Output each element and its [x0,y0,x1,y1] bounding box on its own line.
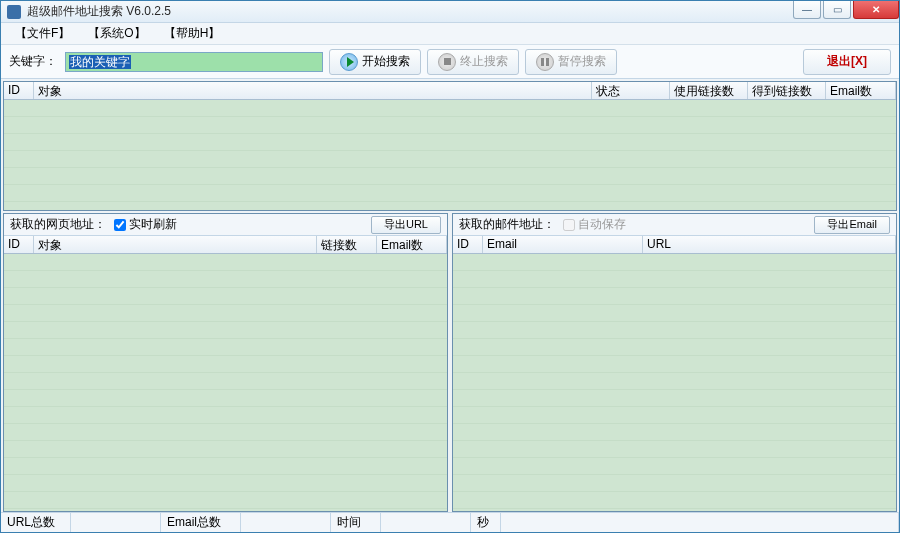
stop-search-label: 终止搜索 [460,53,508,70]
keyword-label: 关键字： [9,53,57,70]
close-button[interactable]: ✕ [853,1,899,19]
export-email-button[interactable]: 导出Email [814,216,890,234]
url-col-target[interactable]: 对象 [34,236,317,253]
col-target[interactable]: 对象 [34,82,592,99]
play-icon [340,53,358,71]
url-grid-header: ID 对象 链接数 Email数 [4,236,447,254]
window-title: 超级邮件地址搜索 V6.0.2.5 [27,3,791,20]
col-emails[interactable]: Email数 [826,82,896,99]
minimize-button[interactable]: — [793,1,821,19]
start-search-button[interactable]: 开始搜索 [329,49,421,75]
url-panel: 获取的网页地址： 实时刷新 导出URL ID 对象 链接数 Email数 [3,213,448,512]
status-email-total-label: Email总数 [161,513,241,532]
realtime-refresh-input[interactable] [114,219,126,231]
export-url-button[interactable]: 导出URL [371,216,441,234]
status-email-total-value [241,513,331,532]
pause-icon [536,53,554,71]
col-status[interactable]: 状态 [592,82,670,99]
app-window: 超级邮件地址搜索 V6.0.2.5 — ▭ ✕ 【文件F】 【系统O】 【帮助H… [0,0,900,533]
email-col-id[interactable]: ID [453,236,483,253]
status-url-total-value [71,513,161,532]
menu-help[interactable]: 【帮助H】 [164,25,221,42]
email-col-email[interactable]: Email [483,236,643,253]
menu-bar: 【文件F】 【系统O】 【帮助H】 [1,23,899,45]
col-id[interactable]: ID [4,82,34,99]
search-results-grid[interactable]: ID 对象 状态 使用链接数 得到链接数 Email数 [3,81,897,211]
status-time-label: 时间 [331,513,381,532]
status-bar: URL总数 Email总数 时间 秒 [1,512,899,532]
grid-header: ID 对象 状态 使用链接数 得到链接数 Email数 [4,82,896,100]
toolbar: 关键字： 我的关键字 开始搜索 终止搜索 暂停搜索 退出[X] [1,45,899,79]
email-grid-header: ID Email URL [453,236,896,254]
url-grid-body[interactable] [4,254,447,511]
email-panel-title: 获取的邮件地址： [459,216,555,233]
start-search-label: 开始搜索 [362,53,410,70]
email-panel-header: 获取的邮件地址： 自动保存 导出Email [453,214,896,236]
status-seconds-label: 秒 [471,513,501,532]
url-col-links[interactable]: 链接数 [317,236,377,253]
exit-button[interactable]: 退出[X] [803,49,891,75]
url-col-id[interactable]: ID [4,236,34,253]
keyword-input[interactable]: 我的关键字 [65,52,323,72]
status-spacer [501,513,899,532]
window-controls: — ▭ ✕ [791,1,899,22]
status-url-total-label: URL总数 [1,513,71,532]
autosave-checkbox: 自动保存 [563,216,626,233]
email-grid-body[interactable] [453,254,896,511]
url-panel-header: 获取的网页地址： 实时刷新 导出URL [4,214,447,236]
email-panel: 获取的邮件地址： 自动保存 导出Email ID Email URL [452,213,897,512]
pause-search-button[interactable]: 暂停搜索 [525,49,617,75]
url-panel-title: 获取的网页地址： [10,216,106,233]
maximize-button[interactable]: ▭ [823,1,851,19]
col-used-links[interactable]: 使用链接数 [670,82,748,99]
title-bar: 超级邮件地址搜索 V6.0.2.5 — ▭ ✕ [1,1,899,23]
stop-search-button[interactable]: 终止搜索 [427,49,519,75]
col-got-links[interactable]: 得到链接数 [748,82,826,99]
app-icon [7,5,21,19]
email-col-url[interactable]: URL [643,236,896,253]
menu-system[interactable]: 【系统O】 [88,25,145,42]
realtime-refresh-checkbox[interactable]: 实时刷新 [114,216,177,233]
menu-file[interactable]: 【文件F】 [15,25,70,42]
status-time-value [381,513,471,532]
url-col-emails[interactable]: Email数 [377,236,447,253]
pause-search-label: 暂停搜索 [558,53,606,70]
autosave-input [563,219,575,231]
stop-icon [438,53,456,71]
keyword-value: 我的关键字 [69,55,131,69]
grid-body[interactable] [4,100,896,210]
